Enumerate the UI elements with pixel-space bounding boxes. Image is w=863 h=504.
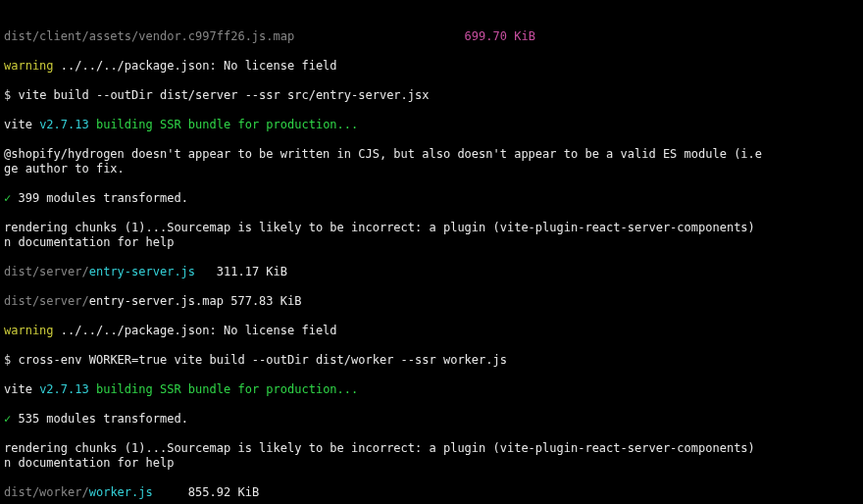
command-line: $ vite build --outDir dist/server --ssr …: [4, 88, 859, 103]
warning-line: warning ../../../package.json: No licens…: [4, 324, 859, 338]
modules-line: ✓ 535 modules transformed.: [4, 412, 859, 427]
output-file: dist/server/entry-server.js 311.17 KiB: [4, 265, 859, 279]
warning-tag: warning: [4, 324, 54, 337]
vite-line: vite v2.7.13 building SSR bundle for pro…: [4, 118, 859, 132]
file-size: 577.83 KiB: [230, 294, 301, 308]
warning-tag: warning: [4, 59, 54, 73]
modules-line: ✓ 399 modules transformed.: [4, 191, 859, 206]
vite-version: v2.7.13: [39, 118, 89, 131]
render-warning: rendering chunks (1)...Sourcemap is like…: [4, 441, 859, 471]
cjs-warning: @shopify/hydrogen doesn't appear to be w…: [4, 147, 859, 176]
render-warning: rendering chunks (1)...Sourcemap is like…: [4, 221, 859, 250]
output-file: dist/worker/worker.js 855.92 KiB: [4, 485, 859, 500]
vite-version: v2.7.13: [39, 382, 89, 396]
vite-line: vite v2.7.13 building SSR bundle for pro…: [4, 382, 859, 397]
file-size: 855.92 KiB: [188, 485, 259, 499]
asset-size: 699.70 KiB: [465, 29, 535, 43]
output-file: dist/server/entry-server.js.map 577.83 K…: [4, 294, 859, 309]
terminal[interactable]: dist/client/assets/vendor.c997ff26.js.ma…: [0, 0, 863, 504]
asset-line: dist/client/assets/vendor.c997ff26.js.ma…: [4, 29, 859, 44]
warning-line: warning ../../../package.json: No licens…: [4, 59, 859, 74]
asset-path: dist/client/assets/vendor.c997ff26.js.ma…: [4, 29, 294, 43]
command-line: $ cross-env WORKER=true vite build --out…: [4, 353, 859, 368]
file-size: 311.17 KiB: [217, 265, 287, 278]
